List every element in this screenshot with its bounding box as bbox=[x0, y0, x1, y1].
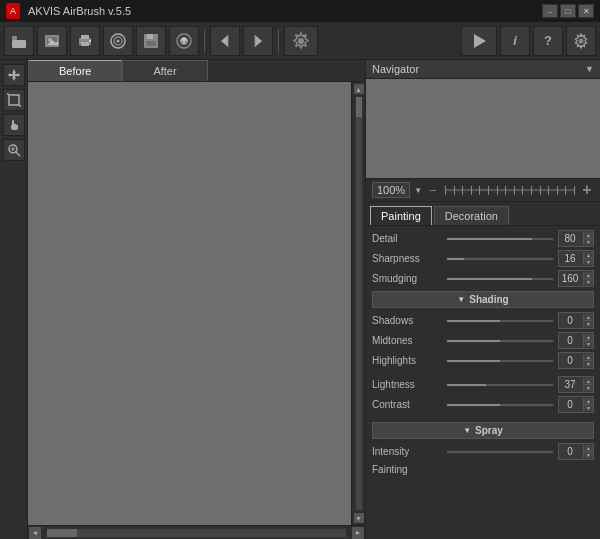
tab-before[interactable]: Before bbox=[28, 60, 122, 81]
vscroll-down-arrow[interactable]: ▼ bbox=[354, 513, 364, 523]
lightness-value-box[interactable]: 37 ▲ ▼ bbox=[558, 376, 594, 393]
navigator-dropdown-icon[interactable]: ▼ bbox=[585, 64, 594, 74]
canvas-vscrollbar[interactable]: ▲ ▼ bbox=[351, 82, 365, 525]
lightness-spin-up[interactable]: ▲ bbox=[584, 378, 593, 385]
tab-painting[interactable]: Painting bbox=[370, 206, 432, 225]
contrast-slider-track[interactable] bbox=[446, 403, 554, 407]
intensity-spinner[interactable]: ▲ ▼ bbox=[583, 445, 593, 458]
svg-line-31 bbox=[16, 152, 20, 156]
crop-tool-btn[interactable] bbox=[3, 89, 25, 111]
zoom-tool-btn[interactable] bbox=[3, 139, 25, 161]
detail-spin-up[interactable]: ▲ bbox=[584, 232, 593, 239]
minimize-btn[interactable]: – bbox=[542, 4, 558, 18]
maximize-btn[interactable]: □ bbox=[560, 4, 576, 18]
zoom-slider-track[interactable] bbox=[444, 188, 576, 192]
hand-tool-btn[interactable] bbox=[3, 114, 25, 136]
detail-slider-track[interactable] bbox=[446, 237, 554, 241]
open-file-btn[interactable] bbox=[4, 26, 34, 56]
contrast-spin-up[interactable]: ▲ bbox=[584, 398, 593, 405]
detail-spin-down[interactable]: ▼ bbox=[584, 239, 593, 245]
shadows-spin-up[interactable]: ▲ bbox=[584, 314, 593, 321]
zoom-dropdown-arrow[interactable]: ▼ bbox=[414, 186, 422, 195]
shadows-slider-track[interactable] bbox=[446, 319, 554, 323]
smudging-spin-down[interactable]: ▼ bbox=[584, 279, 593, 285]
svg-marker-26 bbox=[8, 69, 20, 81]
smudging-value-box[interactable]: 160 ▲ ▼ bbox=[558, 270, 594, 287]
vscroll-track[interactable] bbox=[355, 96, 363, 511]
sharpness-spinner[interactable]: ▲ ▼ bbox=[583, 252, 593, 265]
zoom-in-icon[interactable]: + bbox=[580, 183, 594, 197]
hscroll-left-arrow[interactable]: ◄ bbox=[29, 527, 41, 539]
sharpness-value-box[interactable]: 16 ▲ ▼ bbox=[558, 250, 594, 267]
info-btn[interactable]: i bbox=[500, 26, 530, 56]
settings-gear-btn[interactable] bbox=[284, 26, 318, 56]
tick-9 bbox=[514, 186, 515, 195]
tab-after[interactable]: After bbox=[122, 60, 207, 81]
sharpness-slider-track[interactable] bbox=[446, 257, 554, 261]
sharpness-spin-down[interactable]: ▼ bbox=[584, 259, 593, 265]
midtones-spin-down[interactable]: ▼ bbox=[584, 341, 593, 347]
batch-btn[interactable] bbox=[103, 26, 133, 56]
highlights-spinner[interactable]: ▲ ▼ bbox=[583, 354, 593, 367]
zoom-value-display[interactable]: 100% bbox=[372, 182, 410, 198]
intensity-slider-track[interactable] bbox=[446, 450, 554, 454]
back-btn[interactable] bbox=[210, 26, 240, 56]
canvas-hscrollbar[interactable]: ◄ ► bbox=[28, 525, 365, 539]
run-btn[interactable] bbox=[461, 26, 497, 56]
highlights-slider-track[interactable] bbox=[446, 359, 554, 363]
shadows-slider[interactable] bbox=[446, 315, 554, 327]
lightness-spinner[interactable]: ▲ ▼ bbox=[583, 378, 593, 391]
shadows-value-box[interactable]: 0 ▲ ▼ bbox=[558, 312, 594, 329]
detail-spinner[interactable]: ▲ ▼ bbox=[583, 232, 593, 245]
midtones-spin-up[interactable]: ▲ bbox=[584, 334, 593, 341]
hscroll-right-arrow[interactable]: ► bbox=[352, 527, 364, 539]
lightness-spin-down[interactable]: ▼ bbox=[584, 385, 593, 391]
save-btn[interactable] bbox=[136, 26, 166, 56]
midtones-value-box[interactable]: 0 ▲ ▼ bbox=[558, 332, 594, 349]
smudging-slider[interactable] bbox=[446, 273, 554, 285]
midtones-slider[interactable] bbox=[446, 335, 554, 347]
contrast-spinner[interactable]: ▲ ▼ bbox=[583, 398, 593, 411]
intensity-slider[interactable] bbox=[446, 446, 554, 458]
smudging-slider-track[interactable] bbox=[446, 277, 554, 281]
tick-7 bbox=[497, 186, 498, 195]
detail-value-box[interactable]: 80 ▲ ▼ bbox=[558, 230, 594, 247]
zoom-out-icon[interactable]: − bbox=[426, 183, 440, 197]
sharpness-slider[interactable] bbox=[446, 253, 554, 265]
intensity-spin-down[interactable]: ▼ bbox=[584, 452, 593, 458]
preferences-btn[interactable] bbox=[566, 26, 596, 56]
spray-expand-icon[interactable]: ▼ bbox=[463, 426, 471, 435]
lightness-slider-track[interactable] bbox=[446, 383, 554, 387]
intensity-spin-up[interactable]: ▲ bbox=[584, 445, 593, 452]
hscroll-track[interactable] bbox=[46, 528, 347, 538]
smudging-spinner[interactable]: ▲ ▼ bbox=[583, 272, 593, 285]
move-tool-btn[interactable] bbox=[3, 64, 25, 86]
forward-btn[interactable] bbox=[243, 26, 273, 56]
sharpness-spin-up[interactable]: ▲ bbox=[584, 252, 593, 259]
smudging-row: Smudging 160 ▲ ▼ bbox=[372, 270, 594, 287]
vscroll-up-arrow[interactable]: ▲ bbox=[354, 84, 364, 94]
contrast-slider[interactable] bbox=[446, 399, 554, 411]
tab-decoration[interactable]: Decoration bbox=[434, 206, 509, 225]
highlights-value-box[interactable]: 0 ▲ ▼ bbox=[558, 352, 594, 369]
highlights-spin-down[interactable]: ▼ bbox=[584, 361, 593, 367]
export-btn[interactable] bbox=[169, 26, 199, 56]
open-image-btn[interactable] bbox=[37, 26, 67, 56]
shadows-spin-down[interactable]: ▼ bbox=[584, 321, 593, 327]
midtones-slider-track[interactable] bbox=[446, 339, 554, 343]
contrast-value-box[interactable]: 0 ▲ ▼ bbox=[558, 396, 594, 413]
canvas-viewport[interactable]: ▲ ▼ bbox=[28, 82, 365, 525]
highlights-slider[interactable] bbox=[446, 355, 554, 367]
close-btn[interactable]: ✕ bbox=[578, 4, 594, 18]
smudging-spin-up[interactable]: ▲ bbox=[584, 272, 593, 279]
highlights-spin-up[interactable]: ▲ bbox=[584, 354, 593, 361]
intensity-value-box[interactable]: 0 ▲ ▼ bbox=[558, 443, 594, 460]
help-btn[interactable]: ? bbox=[533, 26, 563, 56]
shadows-spinner[interactable]: ▲ ▼ bbox=[583, 314, 593, 327]
print-btn[interactable] bbox=[70, 26, 100, 56]
detail-slider[interactable] bbox=[446, 233, 554, 245]
midtones-spinner[interactable]: ▲ ▼ bbox=[583, 334, 593, 347]
lightness-slider[interactable] bbox=[446, 379, 554, 391]
contrast-spin-down[interactable]: ▼ bbox=[584, 405, 593, 411]
shading-expand-icon[interactable]: ▼ bbox=[457, 295, 465, 304]
